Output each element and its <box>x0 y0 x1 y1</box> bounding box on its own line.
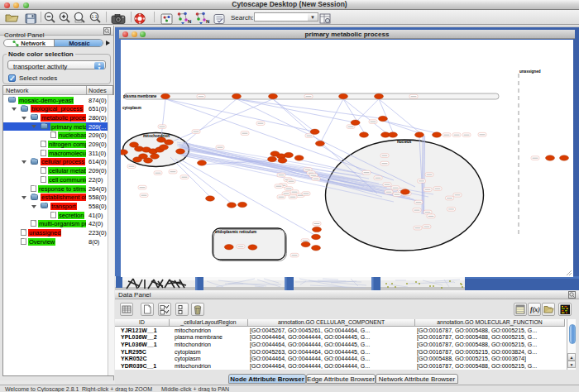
svg-text:cytoplasm: cytoplasm <box>122 105 141 109</box>
svg-text:N: N <box>206 19 209 24</box>
svg-text:nucleus: nucleus <box>397 139 412 143</box>
svg-text:N: N <box>188 19 191 24</box>
svg-text:endoplasmic reticulum: endoplasmic reticulum <box>215 229 256 233</box>
svg-text:1:1: 1:1 <box>92 14 98 19</box>
svg-text:mitochondrion: mitochondrion <box>143 133 170 137</box>
svg-text:unassigned: unassigned <box>519 69 541 73</box>
svg-text:plasma membrane: plasma membrane <box>123 94 157 98</box>
svg-text:f(x): f(x) <box>530 306 540 313</box>
